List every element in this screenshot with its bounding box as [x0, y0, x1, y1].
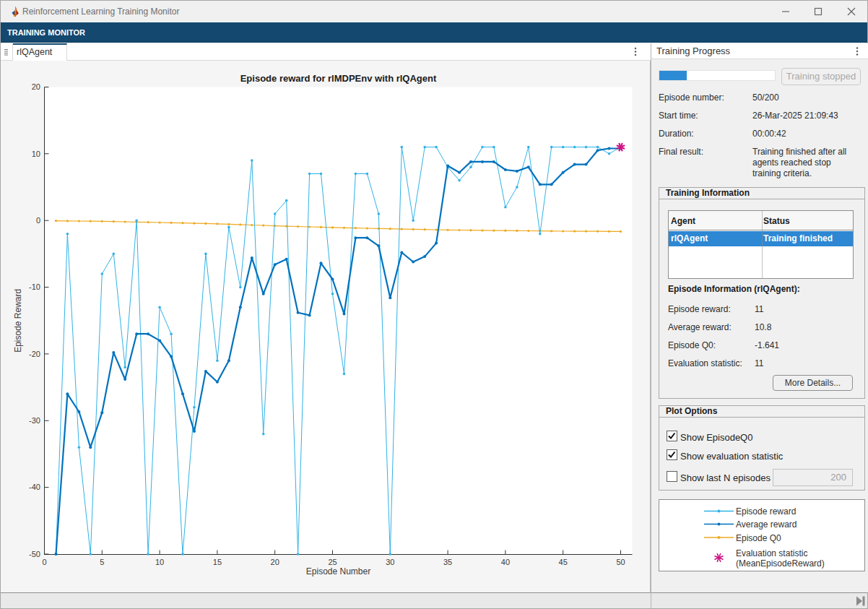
svg-text:30: 30: [386, 558, 394, 566]
svg-text:45: 45: [559, 558, 568, 566]
svg-text:Episode reward for rlMDPEnv wi: Episode reward for rlMDPEnv with rlQAgen…: [240, 73, 437, 84]
svg-text:0: 0: [42, 558, 46, 566]
svg-text:40: 40: [501, 558, 510, 566]
svg-text:-50: -50: [29, 550, 40, 558]
svg-text:20: 20: [32, 82, 40, 91]
svg-text:-20: -20: [29, 350, 40, 358]
svg-text:-40: -40: [29, 483, 40, 491]
svg-text:15: 15: [213, 558, 222, 566]
svg-text:10: 10: [32, 150, 40, 158]
svg-text:-10: -10: [29, 282, 40, 291]
svg-text:5: 5: [100, 558, 104, 566]
svg-text:35: 35: [443, 558, 452, 566]
svg-text:0: 0: [36, 216, 40, 225]
svg-text:Episode Reward: Episode Reward: [14, 289, 24, 353]
svg-text:50: 50: [616, 558, 625, 566]
svg-text:25: 25: [328, 558, 337, 566]
svg-text:Episode Number: Episode Number: [306, 566, 370, 576]
svg-text:-30: -30: [29, 416, 40, 425]
svg-text:10: 10: [155, 558, 164, 566]
svg-text:20: 20: [271, 558, 279, 566]
